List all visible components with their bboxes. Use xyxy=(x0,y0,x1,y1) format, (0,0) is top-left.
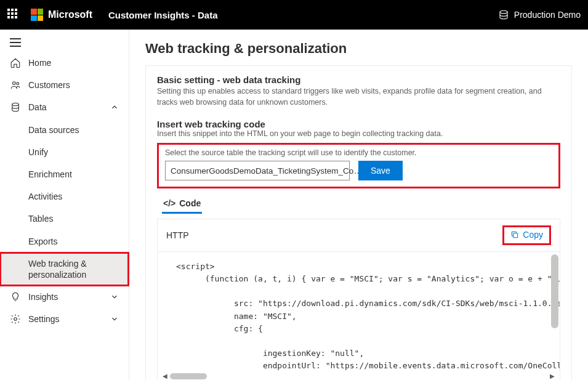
code-snippet[interactable]: <script> (function (a, t, i) { var e = "… xyxy=(158,252,560,371)
scroll-right-icon: ▶ xyxy=(550,373,555,379)
scroll-left-icon: ◀ xyxy=(163,373,167,379)
code-tab[interactable]: </> Code xyxy=(162,195,202,214)
sidebar-item-home[interactable]: Home xyxy=(0,52,129,74)
horizontal-scrollbar[interactable]: ◀ ▶ xyxy=(158,371,560,380)
settings-icon xyxy=(10,313,21,325)
code-icon: </> xyxy=(163,198,175,208)
sidebar-item-web-tracking[interactable]: Web tracking & personalization xyxy=(0,253,129,286)
sidebar-item-activities[interactable]: Activities xyxy=(0,185,129,208)
svg-rect-5 xyxy=(513,233,518,238)
vertical-scrollbar[interactable] xyxy=(551,254,558,328)
svg-point-3 xyxy=(12,103,19,107)
sidebar-item-data-sources[interactable]: Data sources xyxy=(0,119,129,141)
settings-card: Basic setting - web data tracking Settin… xyxy=(145,65,572,380)
svg-point-1 xyxy=(13,82,16,85)
insert-code-subtitle: Insert this snippet into the HTML on you… xyxy=(157,129,560,138)
sidebar-item-settings[interactable]: Settings xyxy=(0,308,129,330)
data-icon xyxy=(10,102,21,113)
sidebar-item-tables[interactable]: Tables xyxy=(0,208,129,230)
sidebar-item-enrichment[interactable]: Enrichment xyxy=(0,163,129,185)
collapse-nav-button[interactable] xyxy=(0,33,129,52)
home-icon xyxy=(10,57,21,68)
chevron-up-icon xyxy=(110,103,119,111)
http-label: HTTP xyxy=(166,230,189,240)
svg-point-2 xyxy=(17,83,19,85)
environment-label: Production Demo xyxy=(514,10,581,20)
source-selection-highlight: Select the source table the tracking scr… xyxy=(157,143,560,188)
dropdown-value: ConsumerGoodsDemoData_TicketingSystem_Co… xyxy=(171,166,362,176)
code-panel: HTTP Copy <script> (function (a, t, i) {… xyxy=(157,219,560,380)
copy-button[interactable]: Copy xyxy=(510,230,543,240)
environment-icon xyxy=(498,9,509,20)
sidebar-item-customers[interactable]: Customers xyxy=(0,74,129,96)
top-bar: Microsoft Customer Insights - Data Produ… xyxy=(0,0,588,30)
card-description: Setting this up enables access to standa… xyxy=(157,86,560,108)
page-title: Web tracking & personalization xyxy=(145,41,572,57)
brand-label: Microsoft xyxy=(48,9,92,20)
source-table-dropdown[interactable]: ConsumerGoodsDemoData_TicketingSystem_Co… xyxy=(165,161,350,180)
microsoft-logo: Microsoft xyxy=(31,9,92,21)
svg-point-0 xyxy=(500,10,507,14)
chevron-down-icon xyxy=(110,315,119,323)
sidebar-item-data[interactable]: Data xyxy=(0,96,129,118)
svg-point-4 xyxy=(14,318,17,321)
chevron-down-icon xyxy=(110,293,119,301)
main-content: Web tracking & personalization Basic set… xyxy=(129,30,588,380)
sidebar-item-unify[interactable]: Unify xyxy=(0,141,129,163)
customers-icon xyxy=(10,79,21,91)
save-button[interactable]: Save xyxy=(358,161,403,180)
card-title: Basic setting - web data tracking xyxy=(157,75,560,85)
insert-code-title: Insert web tracking code xyxy=(157,119,560,129)
app-title: Customer Insights - Data xyxy=(108,10,218,20)
sidebar-item-insights[interactable]: Insights xyxy=(0,286,129,308)
sidebar: Home Customers Data Data sources Unify E… xyxy=(0,30,129,380)
copy-icon xyxy=(510,230,519,239)
app-launcher-icon[interactable] xyxy=(7,9,20,21)
source-table-label: Select the source table the tracking scr… xyxy=(165,148,552,157)
copy-highlight: Copy xyxy=(502,225,551,245)
environment-picker[interactable]: Production Demo xyxy=(498,9,581,20)
hamburger-icon xyxy=(10,38,21,47)
insights-icon xyxy=(10,291,21,302)
sidebar-item-exports[interactable]: Exports xyxy=(0,230,129,253)
